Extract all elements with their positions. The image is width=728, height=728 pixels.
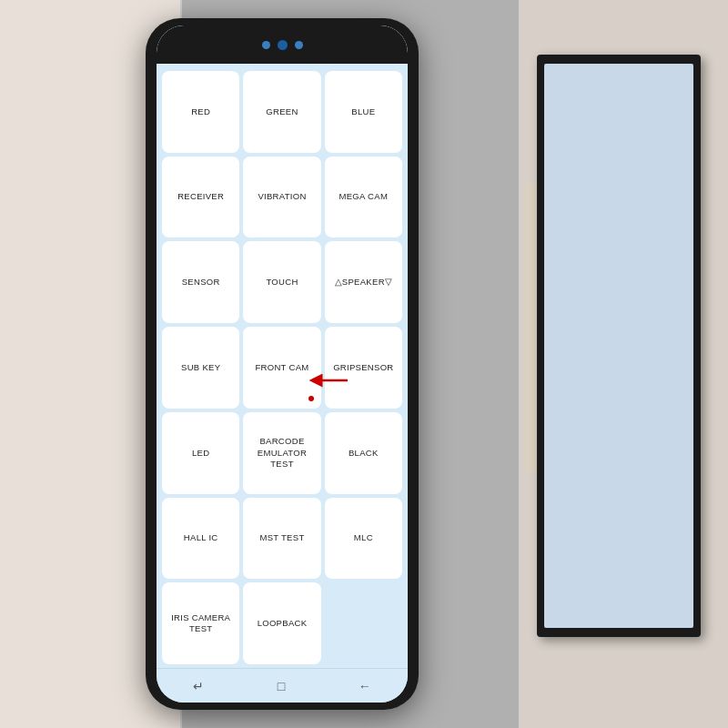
cell-empty bbox=[325, 582, 402, 664]
cell-led[interactable]: LED bbox=[162, 412, 239, 494]
phone-screen: RED GREEN BLUE RECEIVER VIBRATION MEGA C… bbox=[157, 25, 408, 703]
grid-row-7: IRIS CAMERATEST LOOPBACK bbox=[162, 582, 402, 664]
cell-mst-test[interactable]: MST TEST bbox=[243, 498, 320, 580]
test-grid: RED GREEN BLUE RECEIVER VIBRATION MEGA C… bbox=[157, 64, 408, 668]
grid-row-6: HALL IC MST TEST MLC bbox=[162, 498, 402, 580]
cell-vibration[interactable]: VIBRATION bbox=[243, 157, 320, 238]
grid-row-1: RED GREEN BLUE bbox=[162, 71, 402, 153]
grid-row-2: RECEIVER VIBRATION MEGA CAM bbox=[162, 157, 402, 238]
front-cam-dot bbox=[308, 396, 314, 401]
lcd-panel bbox=[537, 55, 701, 637]
bottom-nav: ↵ □ ← bbox=[157, 668, 408, 703]
cell-hall-ic[interactable]: HALL IC bbox=[162, 498, 239, 580]
cell-sensor[interactable]: SENSOR bbox=[162, 241, 239, 323]
nav-back-icon[interactable]: ↵ bbox=[193, 679, 204, 693]
grid-row-5: LED BARCODEEMULATOR TEST BLACK bbox=[162, 412, 402, 494]
scene: RED GREEN BLUE RECEIVER VIBRATION MEGA C… bbox=[0, 0, 728, 728]
lcd-panel-inner bbox=[544, 64, 693, 628]
cell-touch[interactable]: TOUCH bbox=[243, 241, 320, 323]
nav-recent-icon[interactable]: ← bbox=[359, 679, 371, 693]
cell-mega-cam[interactable]: MEGA CAM bbox=[325, 157, 402, 238]
cell-sub-key[interactable]: SUB KEY bbox=[162, 327, 239, 409]
cell-black[interactable]: BLACK bbox=[325, 412, 402, 494]
cell-speaker[interactable]: △SPEAKER▽ bbox=[325, 241, 402, 323]
cell-mlc[interactable]: MLC bbox=[325, 498, 402, 580]
cell-red[interactable]: RED bbox=[162, 71, 239, 153]
phone-top-bar bbox=[157, 25, 408, 64]
cell-green[interactable]: GREEN bbox=[243, 71, 320, 153]
camera-dot-2 bbox=[278, 40, 288, 50]
cell-front-cam[interactable]: FRONT CAM bbox=[243, 327, 320, 409]
grid-row-4: SUB KEY FRONT CAM GRIPSENSOR bbox=[162, 327, 402, 409]
cell-barcode-emulator[interactable]: BARCODEEMULATOR TEST bbox=[243, 412, 320, 494]
cell-loopback[interactable]: LOOPBACK bbox=[243, 582, 320, 664]
camera-dot-1 bbox=[262, 41, 270, 49]
cell-iris-camera[interactable]: IRIS CAMERATEST bbox=[162, 582, 239, 664]
cell-blue[interactable]: BLUE bbox=[325, 71, 402, 153]
nav-home-icon[interactable]: □ bbox=[278, 679, 285, 693]
cell-receiver[interactable]: RECEIVER bbox=[162, 157, 239, 238]
camera-dot-3 bbox=[295, 41, 303, 49]
cell-gripsensor[interactable]: GRIPSENSOR bbox=[325, 327, 402, 409]
grid-row-3: SENSOR TOUCH △SPEAKER▽ bbox=[162, 241, 402, 323]
